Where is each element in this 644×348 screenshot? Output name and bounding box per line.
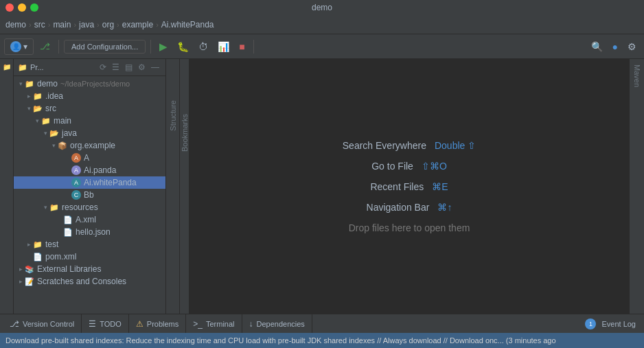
coverage-button[interactable]: 📊 [214, 39, 233, 54]
tree-label-dim-demo: ~/IdeaProjects/demo [60, 80, 130, 88]
maximize-button[interactable] [30, 3, 38, 12]
project-tab-icon[interactable]: 📁 [1, 62, 12, 71]
search-everywhere-btn[interactable]: 🔍 [588, 39, 606, 54]
tree-label-scratches: Scratches and Consoles [37, 277, 126, 286]
panel-title: Pr... [30, 63, 44, 71]
tree-label-a-xml: A.xml [76, 215, 96, 224]
tab-problems[interactable]: ⚠ Problems [129, 314, 186, 333]
tree-item-a-xml[interactable]: 📄 A.xml [14, 213, 165, 226]
tree-arrow-main: ▾ [33, 117, 41, 124]
welcome-label-search: Search Everywhere [343, 140, 426, 151]
traffic-lights [5, 3, 38, 12]
breadcrumb-sep-6: › [156, 21, 159, 29]
debug-button[interactable]: 🐛 [174, 39, 192, 54]
tree-item-demo[interactable]: ▾ 📁 demo ~/IdeaProjects/demo [14, 78, 165, 90]
tree-item-Bb[interactable]: C Bb [14, 189, 165, 201]
welcome-shortcut-goto: ⇧⌘O [422, 161, 447, 172]
welcome-go-to-file[interactable]: Go to File ⇧⌘O [371, 161, 447, 172]
sidebar-tabs: 📁 [0, 59, 14, 314]
tree-label-main: main [54, 116, 71, 126]
tree-item-scratches[interactable]: ▸ 📝 Scratches and Consoles [14, 275, 165, 288]
bookmarks-label[interactable]: Bookmarks [181, 114, 189, 152]
notifications-btn[interactable]: ● [609, 39, 621, 54]
tree-item-org-example[interactable]: ▾ 📦 org.example [14, 139, 165, 152]
maven-label[interactable]: Maven [633, 59, 641, 93]
class-icon-ai-white-panda: A [71, 178, 81, 187]
tree-arrow-src: ▾ [25, 105, 33, 112]
pom-icon: 📄 [33, 253, 43, 262]
breadcrumb-src[interactable]: src [34, 20, 45, 30]
folder-icon-resources: 📁 [49, 203, 59, 212]
stop-button[interactable]: ■ [235, 39, 248, 54]
problems-icon: ⚠ [136, 319, 143, 329]
tree-item-ai-white-panda[interactable]: A Ai.whitePanda [14, 176, 165, 189]
breadcrumb-sep-1: › [29, 21, 32, 29]
main-area: 📁 📁 Pr... ⟳ ☰ ▤ ⚙ — ▾ 📁 demo ~/IdeaProje… [0, 59, 644, 314]
panel-tool-btn-1[interactable]: ⟳ [97, 62, 108, 73]
right-tools: Maven [629, 59, 644, 314]
run-button[interactable]: ▶ [156, 38, 171, 55]
tree-item-hello-json[interactable]: 📄 hello.json [14, 226, 165, 238]
user-button[interactable]: 👤 ▾ [4, 38, 34, 55]
tab-label-terminal: Terminal [206, 320, 235, 328]
welcome-label-goto: Go to File [371, 161, 413, 172]
tree-label-hello-json: hello.json [76, 227, 111, 237]
breadcrumb-main[interactable]: main [53, 20, 71, 30]
tree-arrow-org-example: ▾ [49, 142, 58, 149]
tree-item-java[interactable]: ▾ 📂 java [14, 127, 165, 139]
add-configuration-button[interactable]: Add Configuration... [64, 40, 146, 54]
tab-dependencies[interactable]: ↓ Dependencies [242, 314, 312, 333]
structure-label[interactable]: Structure [169, 100, 177, 131]
tree-arrow-test: ▸ [25, 241, 33, 248]
welcome-navigation-bar[interactable]: Navigation Bar ⌘↑ [367, 202, 452, 213]
tree-item-pom-xml[interactable]: 📄 pom.xml [14, 251, 165, 263]
breadcrumb-example[interactable]: example [122, 20, 153, 30]
folder-icon-demo: 📁 [25, 80, 34, 89]
breadcrumb-org[interactable]: org [102, 20, 114, 30]
settings-btn[interactable]: ⚙ [624, 39, 640, 54]
tree-label-test: test [45, 240, 58, 249]
editor-welcome: Search Everywhere Double ⇧ Go to File ⇧⌘… [189, 59, 629, 314]
folder-icon-test: 📁 [33, 240, 43, 249]
chevron-down-icon: ▾ [23, 42, 27, 51]
welcome-recent-files[interactable]: Recent Files ⌘E [370, 181, 448, 192]
minimize-button[interactable] [18, 3, 26, 12]
tab-terminal[interactable]: >_ Terminal [186, 314, 242, 333]
tree-item-resources[interactable]: ▾ 📁 resources [14, 201, 165, 213]
tab-version-control[interactable]: ⎇ Version Control [3, 314, 82, 333]
breadcrumb-demo[interactable]: demo [5, 20, 26, 30]
tree-item-main[interactable]: ▾ 📁 main [14, 115, 165, 127]
src-folder-icon: 📂 [33, 104, 43, 113]
tree-item-A[interactable]: A A [14, 152, 165, 164]
bottom-right: 1 Event Log [585, 318, 641, 329]
git-icon-btn[interactable]: ⎇ [36, 39, 54, 54]
breadcrumb-java[interactable]: java [79, 20, 94, 30]
tree-label-demo: demo [37, 79, 58, 89]
tree-label-ext-libs: External Libraries [37, 264, 101, 274]
profile-button[interactable]: ⏱ [195, 39, 211, 54]
breadcrumb-sep-5: › [117, 21, 119, 29]
tree-label-java: java [62, 128, 77, 138]
tree-item-ext-libs[interactable]: ▸ 📚 External Libraries [14, 263, 165, 275]
close-button[interactable] [5, 3, 14, 12]
panel-tool-btn-3[interactable]: ▤ [123, 62, 135, 73]
welcome-label-nav: Navigation Bar [367, 202, 430, 213]
tree-item-test[interactable]: ▸ 📁 test [14, 238, 165, 251]
ext-lib-icon: 📚 [25, 265, 34, 274]
bookmarks-sidebar: Bookmarks [180, 59, 189, 314]
event-log-label[interactable]: Event Log [601, 320, 636, 328]
breadcrumb-file[interactable]: Ai.whitePanda [161, 20, 214, 30]
terminal-icon: >_ [193, 319, 203, 329]
tree-item-src[interactable]: ▾ 📂 src [14, 102, 165, 115]
welcome-shortcut-recent: ⌘E [432, 181, 448, 192]
panel-settings-btn[interactable]: ⚙ [136, 62, 148, 73]
panel-close-btn[interactable]: — [149, 62, 161, 73]
welcome-search-everywhere[interactable]: Search Everywhere Double ⇧ [343, 140, 476, 151]
tab-label-version-control: Version Control [23, 320, 74, 328]
tree-item-ai-panda[interactable]: A Ai.panda [14, 164, 165, 176]
tree-item-idea[interactable]: ▸ 📁 .idea [14, 90, 165, 102]
json-icon-hello: 📄 [63, 228, 73, 237]
tab-todo[interactable]: ☰ TODO [82, 314, 129, 333]
panel-tool-btn-2[interactable]: ☰ [110, 62, 122, 73]
welcome-drop-files: Drop files here to open them [349, 222, 470, 233]
